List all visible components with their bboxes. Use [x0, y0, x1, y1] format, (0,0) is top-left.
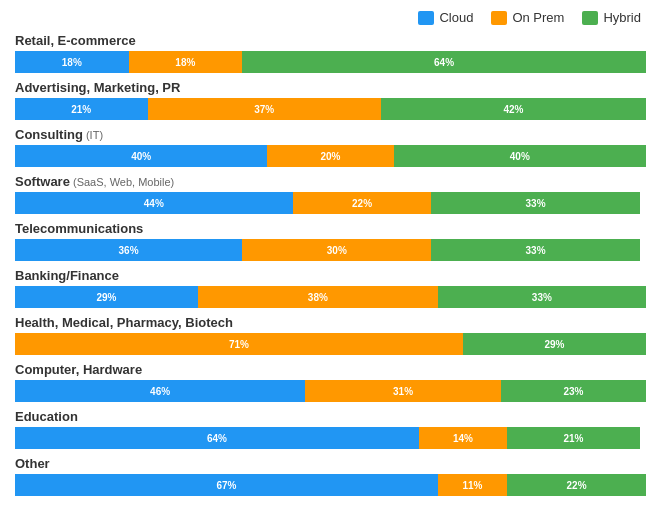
onprem-label: On Prem — [512, 10, 564, 25]
section-subtitle: (IT) — [83, 129, 103, 141]
cloud-color-swatch — [418, 11, 434, 25]
pct-label: 20% — [320, 151, 340, 162]
pct-label: 33% — [526, 245, 546, 256]
bar-segment-hybrid: 23% — [501, 380, 646, 402]
bar-row: 46%31%23% — [15, 380, 646, 402]
bar-segment-cloud: 18% — [15, 51, 129, 73]
bar-segment-cloud: 46% — [15, 380, 305, 402]
bar-row: 29%38%33% — [15, 286, 646, 308]
pct-label: 71% — [229, 339, 249, 350]
bar-segment-onprem: 18% — [129, 51, 243, 73]
section-title: Retail, E-commerce — [15, 33, 646, 48]
section-title: Software (SaaS, Web, Mobile) — [15, 174, 646, 189]
pct-label: 21% — [71, 104, 91, 115]
legend-cloud: Cloud — [418, 10, 473, 25]
bar-segment-onprem: 37% — [148, 98, 381, 120]
bar-segment-hybrid: 21% — [507, 427, 640, 449]
chart-section: Consulting (IT)40%20%40% — [15, 127, 646, 167]
bar-row: 18%18%64% — [15, 51, 646, 73]
chart-section: Advertising, Marketing, PR21%37%42% — [15, 80, 646, 120]
bar-segment-cloud: 36% — [15, 239, 242, 261]
bar-segment-hybrid: 64% — [242, 51, 646, 73]
legend-hybrid: Hybrid — [582, 10, 641, 25]
pct-label: 14% — [453, 433, 473, 444]
bar-segment-hybrid: 22% — [507, 474, 646, 496]
bar-row: 71%29% — [15, 333, 646, 355]
bar-segment-onprem: 11% — [438, 474, 507, 496]
pct-label: 29% — [544, 339, 564, 350]
bar-segment-cloud: 40% — [15, 145, 267, 167]
onprem-color-swatch — [491, 11, 507, 25]
bar-row: 67%11%22% — [15, 474, 646, 496]
bar-row: 40%20%40% — [15, 145, 646, 167]
bar-segment-hybrid: 33% — [438, 286, 646, 308]
hybrid-color-swatch — [582, 11, 598, 25]
bar-segment-onprem: 31% — [305, 380, 501, 402]
bar-segment-hybrid: 40% — [394, 145, 646, 167]
chart-section: Banking/Finance29%38%33% — [15, 268, 646, 308]
chart-section: Software (SaaS, Web, Mobile)44%22%33% — [15, 174, 646, 214]
bar-segment-cloud: 29% — [15, 286, 198, 308]
section-title: Education — [15, 409, 646, 424]
chart-container: Retail, E-commerce18%18%64%Advertising, … — [15, 33, 646, 496]
bar-row: 36%30%33% — [15, 239, 646, 261]
bar-segment-onprem: 14% — [419, 427, 507, 449]
pct-label: 44% — [144, 198, 164, 209]
section-title: Banking/Finance — [15, 268, 646, 283]
bar-row: 64%14%21% — [15, 427, 646, 449]
section-title: Consulting (IT) — [15, 127, 646, 142]
chart-section: Other67%11%22% — [15, 456, 646, 496]
pct-label: 64% — [434, 57, 454, 68]
bar-segment-cloud: 21% — [15, 98, 148, 120]
pct-label: 11% — [462, 480, 482, 491]
pct-label: 22% — [352, 198, 372, 209]
bar-row: 44%22%33% — [15, 192, 646, 214]
chart-section: Retail, E-commerce18%18%64% — [15, 33, 646, 73]
bar-segment-onprem: 38% — [198, 286, 438, 308]
pct-label: 31% — [393, 386, 413, 397]
pct-label: 40% — [131, 151, 151, 162]
pct-label: 30% — [327, 245, 347, 256]
bar-segment-hybrid: 29% — [463, 333, 646, 355]
bar-segment-onprem: 22% — [293, 192, 432, 214]
pct-label: 38% — [308, 292, 328, 303]
pct-label: 42% — [503, 104, 523, 115]
pct-label: 29% — [96, 292, 116, 303]
pct-label: 33% — [526, 198, 546, 209]
bar-segment-cloud: 67% — [15, 474, 438, 496]
pct-label: 40% — [510, 151, 530, 162]
pct-label: 22% — [567, 480, 587, 491]
hybrid-label: Hybrid — [603, 10, 641, 25]
pct-label: 18% — [175, 57, 195, 68]
section-title: Health, Medical, Pharmacy, Biotech — [15, 315, 646, 330]
bar-segment-hybrid: 42% — [381, 98, 646, 120]
pct-label: 46% — [150, 386, 170, 397]
chart-section: Telecommunications36%30%33% — [15, 221, 646, 261]
legend-onprem: On Prem — [491, 10, 564, 25]
pct-label: 37% — [254, 104, 274, 115]
chart-section: Health, Medical, Pharmacy, Biotech71%29% — [15, 315, 646, 355]
section-title: Other — [15, 456, 646, 471]
section-subtitle: (SaaS, Web, Mobile) — [70, 176, 174, 188]
bar-segment-cloud: 64% — [15, 427, 419, 449]
pct-label: 64% — [207, 433, 227, 444]
chart-section: Computer, Hardware46%31%23% — [15, 362, 646, 402]
bar-segment-onprem: 71% — [15, 333, 463, 355]
bar-segment-hybrid: 33% — [431, 192, 639, 214]
pct-label: 21% — [563, 433, 583, 444]
bar-row: 21%37%42% — [15, 98, 646, 120]
legend: Cloud On Prem Hybrid — [15, 10, 646, 25]
cloud-label: Cloud — [439, 10, 473, 25]
pct-label: 33% — [532, 292, 552, 303]
section-title: Computer, Hardware — [15, 362, 646, 377]
pct-label: 36% — [119, 245, 139, 256]
pct-label: 23% — [563, 386, 583, 397]
bar-segment-cloud: 44% — [15, 192, 293, 214]
bar-segment-onprem: 30% — [242, 239, 431, 261]
section-title: Telecommunications — [15, 221, 646, 236]
bar-segment-onprem: 20% — [267, 145, 393, 167]
section-title: Advertising, Marketing, PR — [15, 80, 646, 95]
chart-section: Education64%14%21% — [15, 409, 646, 449]
pct-label: 18% — [62, 57, 82, 68]
pct-label: 67% — [216, 480, 236, 491]
